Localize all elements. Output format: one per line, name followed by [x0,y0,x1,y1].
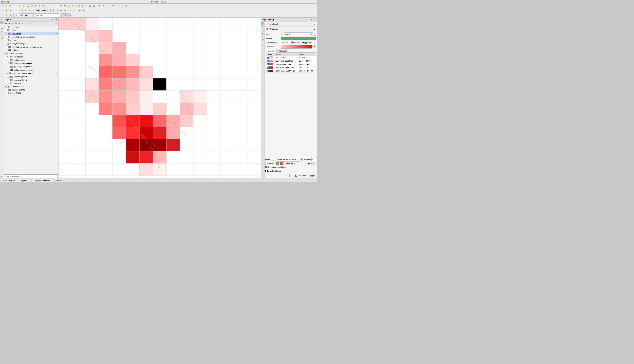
renderer-select[interactable]: Graduated [269,27,316,31]
annotation-side-btn[interactable]: 📌 [0,37,4,40]
layer-checkbox[interactable] [6,92,8,94]
layer-checkbox[interactable] [8,69,10,71]
map-toggle-btn[interactable]: EDC [62,14,68,17]
svg-annotation-btn[interactable]: 🎨 [63,9,67,12]
class-row-4[interactable]: 1382771,12 - 2033896,19 1382771 - 203389… [266,69,316,72]
layer-checkbox[interactable] [6,30,8,32]
collapse-all-btn[interactable]: ⊟ [21,22,24,25]
field-calc-btn[interactable]: ∑ [98,4,102,8]
style-close-btn[interactable]: ✕ [310,18,313,21]
layer-item-builtup2[interactable]: builtup_spaces_gridded [4,68,58,72]
layer-item-builtup1[interactable]: builtup_spaces_gridded [4,58,58,62]
filter-layer-btn[interactable]: 🔽 [14,22,18,25]
layer-checkbox[interactable] [8,66,10,68]
class-checkbox-2[interactable] [266,63,269,66]
layer-item-unique-values[interactable]: ▶ 📁 Unique values [4,52,58,55]
magnify-btn[interactable]: 🔍 [15,14,18,17]
open-project-btn[interactable]: 📂 [5,4,8,8]
class-row-1[interactable]: 115976,52 - 368280,89 115977 - 368281 [266,59,316,62]
move-up-btn[interactable]: ▲ [24,22,28,25]
minimize-button[interactable] [4,1,6,3]
lock-bearing-btn[interactable]: 🔒 [46,9,50,12]
label-btn[interactable]: 🏷 [111,4,115,8]
style-detach-btn[interactable]: ⧉ [313,18,316,21]
metadata-icon-btn[interactable]: ℹ [261,35,264,38]
info2-btn[interactable]: ℹ [86,9,90,12]
advanced-button[interactable]: Advanced [304,162,316,165]
map-canvas[interactable] [58,18,261,178]
legend-precision-select[interactable]: recision ( [292,41,304,44]
layer-checkbox[interactable] [6,33,8,35]
tab-layer-st[interactable]: Layer St... [19,179,32,182]
new-project-btn[interactable]: 🗋 [1,4,4,8]
layer-checkbox[interactable] [6,46,8,48]
bearing-input[interactable]: 0 [35,9,40,12]
class-swatch-0[interactable] [269,56,273,59]
deselect-btn[interactable]: ⬢ [63,4,67,8]
split-btn[interactable]: ✂ [28,9,31,12]
layer-item-tasmania2[interactable]: tasmania_level2 [4,78,58,82]
layer-item-module8[interactable]: ▼ 📁 module8 [4,26,58,29]
layers-detach-btn[interactable]: ⧉ [55,18,57,21]
class-swatch-1[interactable] [269,60,273,62]
layer-checkbox[interactable] [6,36,8,38]
labels-icon-btn[interactable]: 🏷 [261,25,264,28]
value-expression-btn[interactable]: ε [313,33,316,36]
layer-item-green1[interactable]: green_spaces_gridded [4,62,58,65]
classes-count-input[interactable]: 5 [312,158,316,161]
class-row-2[interactable]: 368280,89 - 738196,59 368281 - 738197 [266,62,316,66]
layer-item-line-length[interactable]: Line length □ [4,32,58,35]
maximize-button[interactable] [7,1,9,3]
zoom-selection-btn[interactable]: ⊟ [38,4,42,8]
annotation-btn[interactable]: 📌 [51,9,55,12]
globe-toggle-btn[interactable]: 🗺 [68,13,72,17]
layer-item-buildings[interactable]: buildings [4,48,58,52]
link-class-checkbox[interactable] [265,166,268,168]
class-swatch-3[interactable] [269,66,273,69]
select-feature-btn[interactable]: ⬡ [59,4,63,8]
pan-to-selection-btn[interactable]: 🖐 [22,4,26,8]
layer-checkbox[interactable] [6,39,8,41]
layer-rendering-header[interactable]: ▶ Layer Rendering [265,170,316,172]
tab-histogram[interactable]: Histogram [276,49,289,52]
text-btn[interactable]: T [107,4,111,8]
value-field-select[interactable]: roadsL [284,32,313,36]
layer-checkbox[interactable] [8,82,10,84]
mode-select[interactable]: Natural Breaks (Jenks) [276,158,300,162]
layer-checkbox[interactable] [8,76,10,78]
layer-item-buildings-clip[interactable]: module8_temporary buildings_for_clip [4,45,58,48]
add-raster-btn[interactable]: 🖼 [88,4,92,8]
vertex-btn[interactable]: ◎ [24,9,27,12]
digitize-btn[interactable]: 📍 [14,9,18,12]
layer-checkbox[interactable] [8,72,10,74]
add-vector-btn[interactable]: ▶ [84,4,88,8]
class-checkbox-3[interactable] [266,66,269,69]
unit-select[interactable]: px [40,9,46,12]
layer-item-grid[interactable]: module8_temporary grid25km [4,35,58,39]
pan-active-btn[interactable]: ✋ [0,21,4,24]
layer-item-tasmania1[interactable]: tasmania_level1 [4,75,58,78]
layer-checkbox[interactable] [6,86,8,88]
layer-item-green2[interactable]: green_spaces_gridded [4,65,58,68]
open-layer-props-btn[interactable]: ⚙ [11,22,14,25]
save-project-btn[interactable]: 💾 [8,4,12,8]
color-ramp-expand-btn[interactable]: ▼ [313,45,316,48]
legend-format-input[interactable]: %1 - %2 [281,41,291,44]
zoom-out-btn[interactable]: 🔎 [30,4,34,8]
layer-checkbox[interactable] [6,49,8,51]
class-checkbox-4[interactable] [266,70,269,72]
apply-btn[interactable]: Apply [308,174,316,177]
tab-results[interactable]: Results Vi... [54,179,68,182]
live-update-checkbox[interactable] [295,174,297,177]
layer-checkbox[interactable] [8,56,10,58]
measure-line-btn[interactable]: 📏 [71,4,75,8]
add-wms-btn[interactable]: 🌐 [92,4,96,8]
measure-side-btn[interactable]: 📏 [0,34,4,36]
add-layer-btn[interactable]: ➕ [5,22,8,25]
add-class-btn[interactable]: + [276,162,279,165]
classify-button[interactable]: Classify [265,162,275,165]
python-btn[interactable]: 🐍 [69,9,72,12]
select-side-btn[interactable]: ⬡ [0,27,4,30]
joins-icon-btn[interactable]: 🔗 [261,38,264,41]
delete-all-btn[interactable]: Delete All [283,162,294,165]
